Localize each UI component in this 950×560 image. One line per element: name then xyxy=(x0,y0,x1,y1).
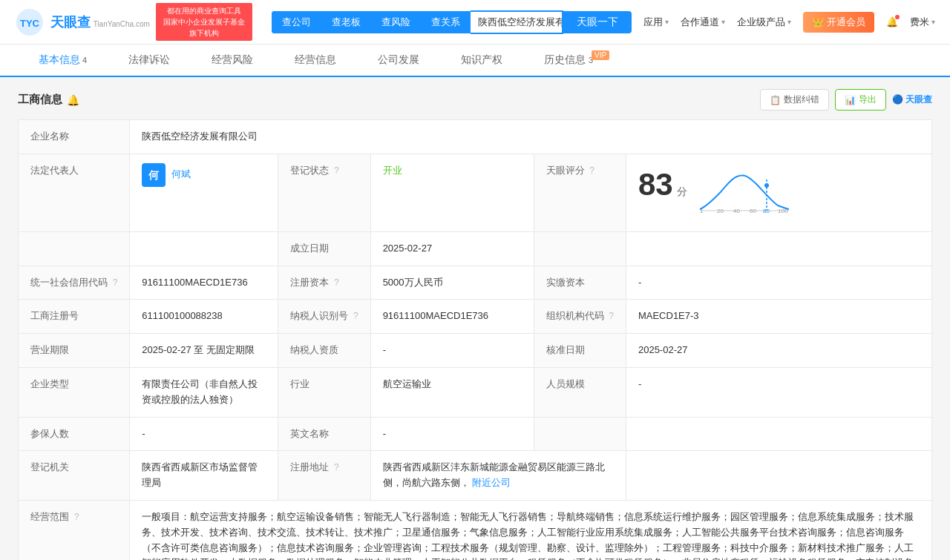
tianyancha-label: 天眼查 xyxy=(905,94,932,105)
logo-text: 天眼查 TianYanCha.com xyxy=(50,13,150,31)
founded-value-empty xyxy=(130,231,278,266)
nearby-company-link[interactable]: 附近公司 xyxy=(472,477,511,488)
warning-icon: 🔔 xyxy=(67,94,79,106)
logo-badge: 都在用的商业查询工具 国家中小企业发展子基金旗下机构 xyxy=(156,3,252,41)
svg-text:100: 100 xyxy=(778,208,788,213)
nav-enterprise[interactable]: 企业级产品 ▾ xyxy=(737,16,791,29)
search-tab-risk[interactable]: 查风险 xyxy=(371,11,421,33)
paid-capital-value: - xyxy=(626,266,931,300)
tab-basic-badge: 4 xyxy=(80,56,87,65)
biz-period-value: 2025-02-27 至 无固定期限 xyxy=(130,334,278,368)
empty-value2 xyxy=(626,417,931,451)
tianyan-score-help[interactable]: ? xyxy=(589,165,594,176)
vip-label: 开通会员 xyxy=(827,16,865,29)
nav-partner[interactable]: 合作通道 ▾ xyxy=(681,16,725,29)
section-title-text: 工商信息 xyxy=(18,93,62,107)
logo-icon: TYC xyxy=(15,7,45,37)
correction-label: 数据纠错 xyxy=(784,93,819,106)
tab-navigation: 基本信息 4 法律诉讼 经营风险 经营信息 公司发展 知识产权 历史信息 VIP… xyxy=(0,45,950,77)
reg-capital-help[interactable]: ? xyxy=(334,277,339,288)
tianyancha-icon: 🔵 xyxy=(892,94,903,105)
credit-code-help[interactable]: ? xyxy=(113,277,118,288)
notification-bell[interactable]: 🔔 xyxy=(886,16,898,27)
tab-basic-info[interactable]: 基本信息 4 xyxy=(18,45,108,77)
header: TYC 天眼查 TianYanCha.com 都在用的商业查询工具 国家中小企业… xyxy=(0,0,950,45)
user-menu-arrow: ▾ xyxy=(931,18,935,26)
empty-label1 xyxy=(534,231,626,266)
tab-company-dev[interactable]: 公司发展 xyxy=(357,45,440,76)
founded-date-label: 成立日期 xyxy=(278,231,370,266)
tab-biz-info[interactable]: 经营信息 xyxy=(274,45,357,76)
search-tab-boss[interactable]: 查老板 xyxy=(321,11,371,33)
username: 费米 xyxy=(910,16,929,29)
english-name-value: - xyxy=(370,417,534,451)
biz-scope-value: 一般项目：航空运营支持服务；航空运输设备销售；智能无人飞行器制造；智能无人飞行器… xyxy=(130,500,932,560)
empty-label2 xyxy=(534,417,626,451)
reg-status-label: 登记状态 ? xyxy=(278,154,370,231)
insured-label: 参保人数 xyxy=(19,417,130,451)
empty-value1 xyxy=(626,231,931,266)
nav-partner-label: 合作通道 xyxy=(681,16,719,29)
biz-period-row: 营业期限 2025-02-27 至 无固定期限 纳税人资质 - 核准日期 202… xyxy=(19,334,932,368)
biz-reg-value: 611100100088238 xyxy=(130,300,278,334)
company-info-table: 企业名称 陕西低空经济发展有限公司 法定代表人 何 何斌 登记状态 ? 开业 天… xyxy=(18,119,932,560)
svg-text:40: 40 xyxy=(733,208,740,213)
reg-address-help[interactable]: ? xyxy=(334,462,339,472)
approval-date-value: 2025-02-27 xyxy=(626,334,931,368)
tab-risk[interactable]: 经营风险 xyxy=(191,45,274,76)
tianyancha-brand: 🔵 天眼查 xyxy=(892,93,932,106)
biz-period-label: 营业期限 xyxy=(19,334,130,368)
tab-history[interactable]: 历史信息 VIP 3 xyxy=(523,45,614,76)
founded-date-value: 2025-02-27 xyxy=(370,231,534,266)
company-name-label: 企业名称 xyxy=(19,120,130,154)
reg-status-help[interactable]: ? xyxy=(334,165,339,176)
search-tab-company[interactable]: 查公司 xyxy=(272,11,321,33)
nav-apply-arrow: ▾ xyxy=(665,18,669,26)
logo-main-text: 天眼查 xyxy=(50,15,91,30)
tab-ip[interactable]: 知识产权 xyxy=(440,45,523,76)
vip-button[interactable]: 👑 开通会员 xyxy=(803,12,874,33)
staff-size-label: 人员规模 xyxy=(534,367,626,417)
industry-value: 航空运输业 xyxy=(370,367,534,417)
tax-no-help[interactable]: ? xyxy=(353,311,358,321)
legal-rep-name[interactable]: 何斌 xyxy=(171,167,191,182)
founded-label xyxy=(19,231,130,266)
org-code-help[interactable]: ? xyxy=(609,311,614,321)
industry-label: 行业 xyxy=(278,367,370,417)
biz-reg-row: 工商注册号 611100100088238 纳税人识别号 ? 91611100M… xyxy=(19,300,932,334)
score-chart: 1 20 40 60 80 100 xyxy=(696,172,793,217)
search-button[interactable]: 天眼一下 xyxy=(563,11,632,33)
export-icon: 📊 xyxy=(845,95,856,105)
credit-code-row: 统一社会信用代码 ? 91611100MAECD1E736 注册资本 ? 500… xyxy=(19,266,932,300)
user-menu[interactable]: 费米 ▾ xyxy=(910,16,935,29)
svg-text:1: 1 xyxy=(700,208,704,213)
score-display: 83 分 1 xyxy=(638,163,920,223)
biz-scope-help[interactable]: ? xyxy=(74,512,79,522)
score-number: 83 xyxy=(638,167,673,202)
legal-rep-row: 法定代表人 何 何斌 登记状态 ? 开业 天眼评分 ? 83 xyxy=(19,154,932,231)
org-code-value: MAECD1E7-3 xyxy=(626,300,931,334)
search-tab-relation[interactable]: 查关系 xyxy=(421,11,471,33)
biz-reg-label: 工商注册号 xyxy=(19,300,130,334)
nav-apply-label: 应用 xyxy=(643,16,663,29)
reg-authority-value: 陕西省西咸新区市场监督管理局 xyxy=(130,451,278,501)
svg-text:20: 20 xyxy=(717,208,724,213)
company-name-row: 企业名称 陕西低空经济发展有限公司 xyxy=(19,120,932,154)
company-type-value: 有限责任公司（非自然人投资或控股的法人独资） xyxy=(130,367,278,417)
data-correction-button[interactable]: 📋 数据纠错 xyxy=(760,89,829,111)
search-input[interactable] xyxy=(471,12,563,33)
score-number-wrap: 83 分 xyxy=(638,169,687,200)
biz-scope-row: 经营范围 ? 一般项目：航空运营支持服务；航空运输设备销售；智能无人飞行器制造；… xyxy=(19,500,932,560)
export-button[interactable]: 📊 导出 xyxy=(835,89,886,111)
section-header: 工商信息 🔔 📋 数据纠错 📊 导出 🔵 天眼查 xyxy=(18,89,932,111)
nav-apply[interactable]: 应用 ▾ xyxy=(643,16,669,29)
svg-point-3 xyxy=(764,183,769,188)
tax-no-value: 91611100MAECD1E736 xyxy=(370,300,534,334)
search-input-wrap: ✕ xyxy=(471,10,563,34)
reg-status-value: 开业 xyxy=(370,154,534,231)
tab-legal[interactable]: 法律诉讼 xyxy=(108,45,191,76)
logo-url-text: TianYanCha.com xyxy=(94,20,150,28)
tianyan-score-value: 83 分 1 xyxy=(626,154,931,231)
legal-rep-value: 何 何斌 xyxy=(130,154,278,231)
search-area: 查公司 查老板 查风险 查关系 ✕ 天眼一下 xyxy=(272,10,632,34)
